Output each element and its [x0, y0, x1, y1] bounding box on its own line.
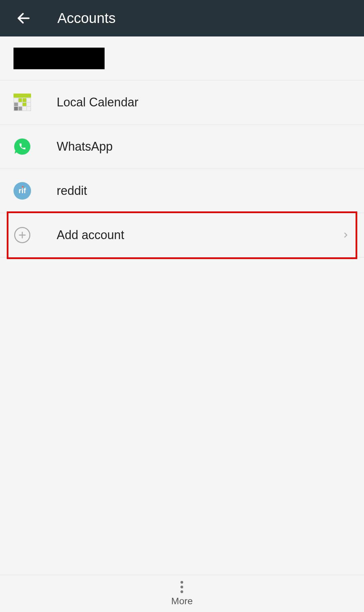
account-item-label: Local Calendar [57, 95, 138, 109]
add-account-highlight: Add account [0, 213, 364, 257]
redacted-email [13, 48, 105, 69]
calendar-icon [13, 94, 31, 111]
chevron-right-icon [341, 230, 351, 240]
more-label: More [171, 596, 193, 607]
account-item-label: reddit [57, 184, 87, 198]
account-item-reddit[interactable]: rif reddit [0, 169, 364, 213]
account-item-label: WhatsApp [57, 139, 113, 154]
add-account-label: Add account [57, 228, 124, 242]
back-button[interactable] [13, 8, 34, 28]
page-title: Accounts [57, 10, 116, 26]
plus-circle-icon [13, 226, 31, 244]
more-button[interactable]: More [171, 581, 193, 607]
whatsapp-icon [13, 138, 31, 155]
rif-icon: rif [13, 182, 31, 200]
account-item-local-calendar[interactable]: Local Calendar [0, 80, 364, 125]
bottom-bar: More [0, 575, 364, 612]
add-account-item[interactable]: Add account [0, 213, 364, 257]
more-dots-icon [180, 581, 183, 593]
back-arrow-icon [16, 10, 31, 26]
app-bar: Accounts [0, 0, 364, 36]
accounts-list: Local Calendar WhatsApp rif reddit [0, 80, 364, 257]
content-area: Local Calendar WhatsApp rif reddit [0, 36, 364, 575]
account-item-whatsapp[interactable]: WhatsApp [0, 125, 364, 169]
account-section-header [0, 36, 364, 80]
